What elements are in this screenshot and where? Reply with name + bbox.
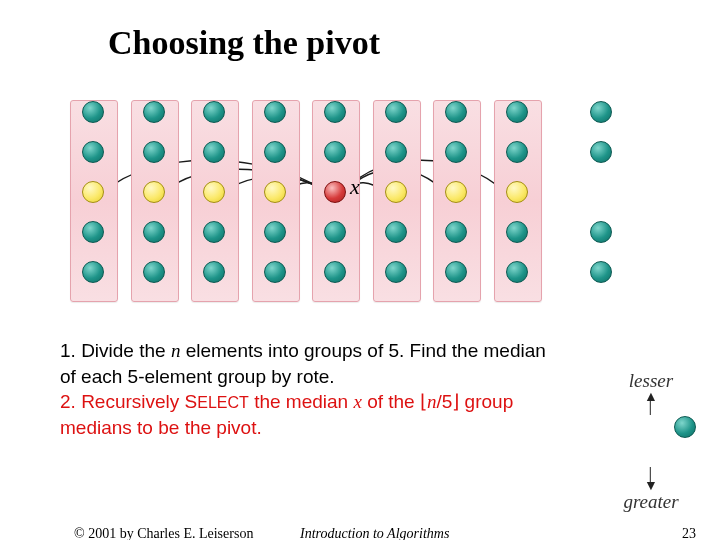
remainder-node [590, 221, 612, 243]
element-node [324, 261, 346, 283]
element-node [506, 101, 528, 123]
element-node [385, 221, 407, 243]
remainder-node [590, 141, 612, 163]
element-node [506, 141, 528, 163]
median-of-medians-diagram: x [60, 90, 660, 310]
element-node [82, 221, 104, 243]
step2-text-b: the median [249, 391, 354, 412]
element-node [385, 141, 407, 163]
element-node [324, 221, 346, 243]
element-node [143, 141, 165, 163]
element-node [203, 261, 225, 283]
element-node [143, 221, 165, 243]
element-node [203, 141, 225, 163]
remainder-node [590, 101, 612, 123]
slide-title: Choosing the pivot [108, 24, 380, 62]
step2-text-a: Recursively S [76, 391, 197, 412]
element-node [264, 261, 286, 283]
group-median-node [445, 181, 467, 203]
step1-num: 1. [60, 340, 76, 361]
element-node [264, 221, 286, 243]
element-node [82, 101, 104, 123]
group-median-node [385, 181, 407, 203]
element-node [445, 221, 467, 243]
element-node [203, 221, 225, 243]
group-median-node [82, 181, 104, 203]
group-median-node [143, 181, 165, 203]
var-n: n [171, 340, 181, 361]
element-node [82, 141, 104, 163]
arrow-down-icon: │▼ [606, 471, 696, 491]
element-node [324, 141, 346, 163]
copyright: © 2001 by Charles E. Leiserson [74, 526, 253, 540]
element-node [385, 261, 407, 283]
var-x: x [353, 391, 361, 412]
element-node [445, 141, 467, 163]
element-node [82, 261, 104, 283]
pivot-node [324, 181, 346, 203]
element-node [264, 141, 286, 163]
element-node [264, 101, 286, 123]
step2-num: 2. [60, 391, 76, 412]
algorithm-steps: 1. Divide the n elements into groups of … [60, 338, 560, 441]
group-median-node [203, 181, 225, 203]
group-median-node [264, 181, 286, 203]
element-node [324, 101, 346, 123]
legend-greater-label: greater [606, 491, 696, 513]
legend: lesser ▲│ │▼ greater [606, 370, 696, 513]
element-node [445, 261, 467, 283]
element-node [143, 261, 165, 283]
remainder-node [590, 261, 612, 283]
step2-text-c: of the ⌊ [362, 391, 427, 412]
select-smallcaps: ELECT [197, 394, 249, 411]
element-node [506, 261, 528, 283]
page-number: 23 [682, 526, 696, 540]
legend-node [674, 416, 696, 438]
element-node [203, 101, 225, 123]
pivot-label: x [350, 174, 360, 200]
element-node [143, 101, 165, 123]
group-median-node [506, 181, 528, 203]
element-node [385, 101, 407, 123]
slide: Choosing the pivot [0, 0, 720, 540]
arrow-up-icon: ▲│ [606, 392, 696, 412]
element-node [506, 221, 528, 243]
book-title: Introduction to Algorithms [300, 526, 449, 540]
element-node [445, 101, 467, 123]
step1-text-a: Divide the [76, 340, 171, 361]
